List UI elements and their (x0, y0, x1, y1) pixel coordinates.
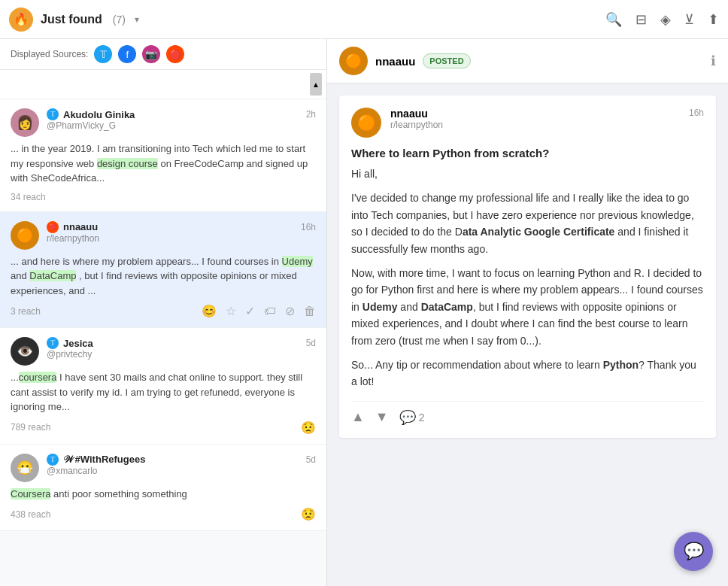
sort-icon[interactable]: ⊟ (635, 11, 647, 28)
search-icon[interactable]: 🔍 (605, 11, 622, 28)
emoji-sad-icon[interactable]: 😟 (301, 507, 316, 521)
item-name: 𝒲 #WithRefugees (63, 454, 145, 466)
item-handle: @xmancarlo (47, 466, 316, 476)
item-footer: 438 reach 😟 (11, 507, 316, 521)
highlight-text: coursera (19, 372, 57, 383)
item-text: ... and here is where my problem appears… (11, 254, 316, 299)
highlight-text: Udemy (282, 256, 313, 267)
left-panel: Displayed Sources: 𝕋 f 📷 🔴 ▲ 👩 𝕋 Akudolu… (0, 39, 327, 586)
highlight-text: DataCamp (29, 270, 76, 281)
post-card: 🟠 nnaauu r/learnpython 16h Where to lear… (339, 96, 716, 438)
item-time: 5d (306, 338, 316, 348)
item-actions: 😊 ☆ ✓ 🏷 ⊘ 🗑 (202, 304, 316, 318)
downvote-icon[interactable]: ▼ (375, 409, 389, 425)
item-reach: 34 reach (11, 192, 46, 202)
item-text: ...coursera I have sent 30 mails and cha… (11, 370, 316, 414)
post-username: nnaauu (390, 108, 443, 120)
twitter-badge: 𝕋 (47, 108, 59, 120)
app-header: 🔥 Just found (7) ▾ 🔍 ⊟ ◈ ⊻ ⬆ (0, 0, 728, 39)
item-name: Akudolu Ginika (63, 109, 135, 120)
posted-badge: POSTED (423, 53, 470, 68)
sources-bar: Displayed Sources: 𝕋 f 📷 🔴 (0, 39, 326, 70)
item-actions: 😟 (301, 421, 316, 435)
post-avatar: 🟠 (351, 108, 381, 138)
chat-icon: 💬 (684, 542, 704, 561)
item-footer: 34 reach (11, 192, 316, 202)
comment-count: 2 (419, 411, 425, 424)
item-footer: 789 reach 😟 (11, 421, 316, 435)
item-footer: 3 reach 😊 ☆ ✓ 🏷 ⊘ 🗑 (11, 304, 316, 318)
detail-username: nnaauu (375, 55, 415, 68)
scroll-up-button[interactable]: ▲ (310, 73, 322, 96)
source-instagram-icon[interactable]: 📷 (142, 45, 160, 63)
reddit-badge: 🔴 (47, 221, 59, 233)
detail-avatar: 🟠 (339, 47, 368, 75)
item-time: 5d (306, 454, 316, 465)
upvote-icon[interactable]: ▲ (351, 409, 365, 425)
avatar: 🟠 (11, 221, 39, 250)
block-icon[interactable]: ⊘ (285, 304, 295, 318)
highlight-text: design course (97, 158, 158, 169)
tag-icon[interactable]: 🏷 (264, 305, 276, 318)
emoji-reaction-icon[interactable]: 😊 (202, 304, 217, 318)
comment-icon: 💬 (399, 409, 416, 426)
source-facebook-icon[interactable]: f (118, 45, 136, 63)
item-handle: @privtechy (47, 349, 316, 360)
layers-icon[interactable]: ◈ (660, 11, 671, 28)
filter-icon[interactable]: ⊻ (684, 11, 694, 28)
header-count: (7) (113, 14, 126, 26)
header-title: Just found (41, 13, 102, 26)
check-icon[interactable]: ✓ (245, 304, 255, 318)
post-subreddit: r/learnpython (390, 120, 443, 130)
post-time: 16h (689, 108, 704, 118)
chevron-down-icon[interactable]: ▾ (135, 14, 139, 25)
highlight-text: Coursera (11, 488, 50, 499)
item-text: ... in the year 2019. I am transitioning… (11, 141, 316, 186)
twitter-badge: 𝕋 (47, 454, 59, 466)
post-title: Where to learn Python from scratch? (351, 147, 704, 159)
source-reddit-icon[interactable]: 🔴 (166, 45, 184, 63)
item-time: 16h (301, 222, 316, 232)
item-reach: 789 reach (11, 422, 50, 433)
item-actions: 😟 (301, 507, 316, 521)
main-layout: Displayed Sources: 𝕋 f 📷 🔴 ▲ 👩 𝕋 Akudolu… (0, 39, 728, 586)
delete-icon[interactable]: 🗑 (304, 305, 316, 318)
item-handle: r/learnpython (47, 233, 316, 244)
post-body: Hi all, I've decided to change my profes… (351, 165, 704, 390)
twitter-badge: 𝕋 (47, 337, 59, 349)
header-avatar: 🔥 (9, 8, 33, 32)
feed-item[interactable]: 👁️ 𝕋 Jesica 5d @privtechy ...coursera I … (0, 328, 326, 445)
item-text: Coursera anti poor something something (11, 487, 316, 502)
item-handle: @PharmVicky_G (47, 120, 316, 131)
feed-item[interactable]: 😷 𝕋 𝒲 #WithRefugees 5d @xmancarlo Course… (0, 445, 326, 532)
chat-fab-button[interactable]: 💬 (674, 532, 713, 571)
post-header: 🟠 nnaauu r/learnpython 16h (351, 108, 704, 138)
feed-item[interactable]: 🟠 🔴 nnaauu 16h r/learnpython ... and her… (0, 212, 326, 329)
item-reach: 3 reach (11, 306, 41, 317)
item-name: nnaauu (63, 221, 98, 232)
star-icon[interactable]: ☆ (226, 304, 236, 318)
item-reach: 438 reach (11, 509, 50, 520)
avatar: 👁️ (11, 337, 39, 366)
source-twitter-icon[interactable]: 𝕋 (94, 45, 112, 63)
detail-header: 🟠 nnaauu POSTED ℹ (327, 39, 728, 83)
feed-item[interactable]: 👩 𝕋 Akudolu Ginika 2h @PharmVicky_G ... … (0, 99, 326, 212)
feed-list: ▲ 👩 𝕋 Akudolu Ginika 2h @PharmVicky_G (0, 70, 326, 586)
item-time: 2h (306, 109, 316, 120)
info-icon[interactable]: ℹ (711, 53, 716, 69)
sources-label: Displayed Sources: (11, 49, 88, 59)
share-icon[interactable]: ⬆ (708, 11, 719, 28)
right-panel: 🟠 nnaauu POSTED ℹ 🟠 nnaauu r/learnpython… (327, 39, 728, 586)
emoji-sad-icon[interactable]: 😟 (301, 421, 316, 435)
header-icons: 🔍 ⊟ ◈ ⊻ ⬆ (605, 11, 719, 28)
item-name: Jesica (63, 338, 93, 349)
post-footer: ▲ ▼ 💬 2 (351, 401, 704, 426)
avatar: 👩 (11, 108, 39, 137)
avatar: 😷 (11, 454, 39, 482)
comment-section: 💬 2 (399, 409, 425, 426)
